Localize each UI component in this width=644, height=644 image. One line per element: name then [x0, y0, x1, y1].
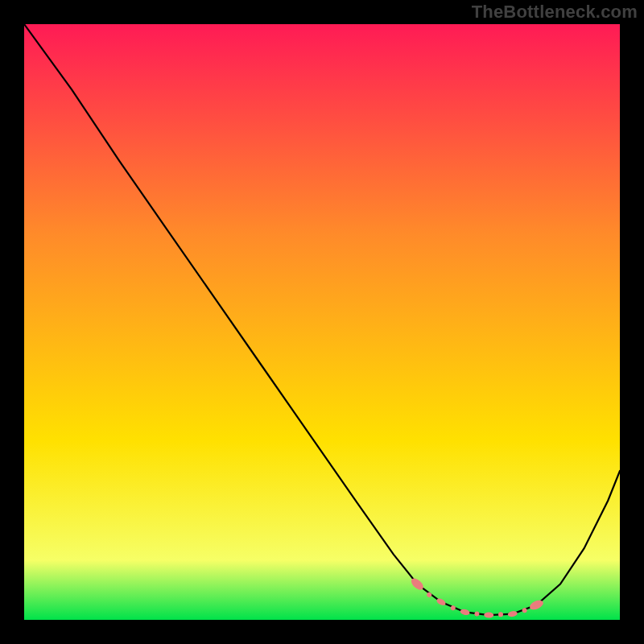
gradient-background — [24, 24, 620, 620]
watermark-text: TheBottleneck.com — [472, 2, 638, 23]
chart-frame: TheBottleneck.com — [0, 0, 644, 644]
chart-svg — [24, 24, 620, 620]
plot-area — [24, 24, 620, 620]
